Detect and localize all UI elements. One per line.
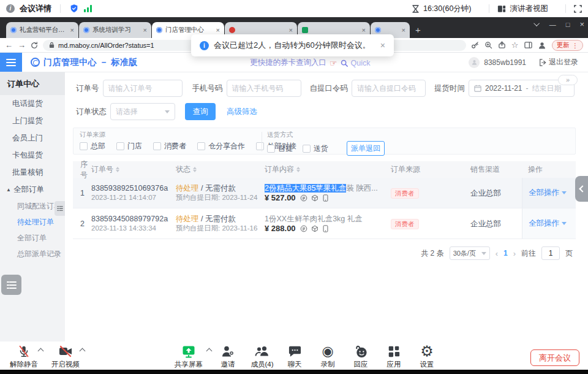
all-actions-dropdown[interactable]: 全部操作 xyxy=(529,218,567,229)
mic-options-caret[interactable] xyxy=(39,349,44,354)
view-mode-selector[interactable]: 演讲者视图 xyxy=(510,4,549,14)
sort-icon[interactable] xyxy=(193,167,197,172)
tab-close-icon[interactable]: × xyxy=(143,27,147,34)
order-no-input[interactable]: 请输入订单号 xyxy=(103,80,183,97)
kebab-menu-icon[interactable]: ⋮ xyxy=(572,42,579,49)
checkbox-delivery-deliver[interactable]: 送货 xyxy=(303,143,328,154)
sidebar-item-batch-verify[interactable]: 批量核销 xyxy=(0,164,65,181)
prev-page-button[interactable]: ‹ xyxy=(496,249,498,258)
shield-check-icon[interactable] xyxy=(69,4,79,13)
floating-list-button[interactable] xyxy=(1,275,21,295)
checkbox-source-consumer[interactable]: 消费者 xyxy=(153,141,186,151)
password-key-icon[interactable] xyxy=(471,41,479,49)
apps-button[interactable]: 应用 xyxy=(379,343,409,369)
order-status-select[interactable]: 请选择 xyxy=(110,103,175,120)
box-icon[interactable] xyxy=(311,194,318,202)
close-icon[interactable]: × xyxy=(380,40,385,50)
video-options-caret[interactable] xyxy=(80,349,86,354)
next-page-button[interactable]: › xyxy=(513,249,516,258)
checkbox-delivery-selfpickup[interactable]: 自提 xyxy=(267,143,293,154)
sidebar-item-pending-orders[interactable]: 待处理订单 xyxy=(0,214,65,230)
sidebar-item-door-pickup[interactable]: 上门提货 xyxy=(0,112,65,129)
tab-close-icon[interactable]: × xyxy=(402,27,405,34)
col-status[interactable]: 状态 xyxy=(176,164,265,175)
checkbox-icon[interactable] xyxy=(80,142,88,150)
members-button[interactable]: 成员(4) xyxy=(245,343,279,369)
sort-icon[interactable] xyxy=(116,167,119,172)
share-screen-button[interactable]: 共享屏幕 xyxy=(170,343,208,369)
sidebar-item-all-orders[interactable]: 全部订单 xyxy=(0,230,65,246)
receipt-icon[interactable] xyxy=(300,225,307,232)
start-video-button[interactable]: 开启视频 xyxy=(47,343,85,369)
tab-search-icon[interactable] xyxy=(533,20,540,26)
forward-icon[interactable]: → xyxy=(18,40,26,50)
checkbox-icon[interactable] xyxy=(303,145,311,153)
right-panel-handle[interactable] xyxy=(575,176,588,202)
chrome-update-button[interactable]: 更新 ⋮ xyxy=(552,40,584,51)
sort-icon[interactable] xyxy=(296,167,300,172)
profile-icon[interactable] xyxy=(538,41,546,50)
tab-close-icon[interactable]: × xyxy=(362,27,366,34)
col-content[interactable]: 订单内容 xyxy=(265,164,385,175)
phone-input[interactable]: 请输入手机号码 xyxy=(227,80,301,97)
checkbox-icon[interactable] xyxy=(116,142,124,150)
tab-close-icon[interactable]: × xyxy=(70,27,74,34)
page-size-select[interactable]: 30条/页 xyxy=(450,246,490,260)
checkbox-source-store[interactable]: 门店 xyxy=(116,141,142,151)
chat-button[interactable]: 聊天 xyxy=(279,343,310,369)
goto-page-input[interactable]: 1 xyxy=(541,246,560,260)
current-page[interactable]: 1 xyxy=(503,249,508,258)
checkbox-source-hq[interactable]: 总部 xyxy=(80,141,105,151)
all-actions-dropdown[interactable]: 全部操作 xyxy=(529,188,567,198)
unmute-button[interactable]: 解除静音 xyxy=(5,343,43,369)
share-icon[interactable] xyxy=(498,41,506,49)
fullscreen-icon[interactable] xyxy=(574,5,582,13)
search-button[interactable]: 查询 xyxy=(185,103,216,120)
checkbox-icon[interactable] xyxy=(197,142,205,150)
settings-button[interactable]: ⚙ 设置 xyxy=(412,343,442,369)
info-icon[interactable]: i xyxy=(6,4,15,13)
reaction-button[interactable]: 回应 xyxy=(345,343,376,369)
logout-button[interactable]: 退出登录 xyxy=(539,57,578,67)
checkbox-icon[interactable] xyxy=(267,145,275,153)
reload-icon[interactable] xyxy=(31,42,38,49)
invite-button[interactable]: 邀请 xyxy=(212,343,244,369)
leave-meeting-button[interactable]: 离开会议 xyxy=(530,349,579,366)
meeting-timer[interactable]: 16:30(60分钟) xyxy=(423,4,472,14)
receipt-icon[interactable] xyxy=(300,194,307,202)
new-tab-button[interactable]: + xyxy=(415,25,421,35)
hamburger-menu-button[interactable] xyxy=(0,53,22,72)
bookmark-star-icon[interactable]: ☆ xyxy=(511,40,519,50)
box-icon[interactable] xyxy=(311,225,318,232)
coupon-query-promo[interactable]: 更快捷的券卡查询入口 ☞ Quick xyxy=(250,58,371,68)
tab-close-icon[interactable]: × xyxy=(289,27,293,34)
checkbox-source-warehouse-share[interactable]: 仓分享合作 xyxy=(197,141,245,151)
sidebar-group-all-orders[interactable]: ▲全部订单 xyxy=(0,181,65,198)
collapse-panel-button[interactable]: » xyxy=(558,75,578,85)
sidebar-item-card-pickup[interactable]: 卡包提货 xyxy=(0,147,65,164)
side-panel-icon[interactable] xyxy=(524,41,532,49)
phone-icon[interactable] xyxy=(322,225,329,232)
pickup-code-input[interactable]: 请输入自提口令码 xyxy=(352,80,426,97)
browser-tab-1[interactable]: 礼盒营销平台管理中心 × xyxy=(6,22,78,38)
dispatch-return-button[interactable]: 派单退回 xyxy=(347,141,385,156)
sidebar-flyout-handle[interactable] xyxy=(55,201,65,216)
back-icon[interactable]: ← xyxy=(5,40,13,50)
zoom-icon[interactable] xyxy=(484,41,492,49)
window-close-icon[interactable]: × xyxy=(579,20,584,29)
col-order-no[interactable]: 订单号 xyxy=(91,164,176,175)
minimize-icon[interactable]: — xyxy=(549,21,556,28)
tab-close-icon[interactable]: × xyxy=(216,27,220,34)
browser-tab-2[interactable]: 系统培训学习 × xyxy=(79,22,151,38)
order-status-label: 订单状态 xyxy=(76,107,107,117)
maximize-icon[interactable]: □ xyxy=(566,21,570,28)
checkbox-icon[interactable] xyxy=(256,142,264,150)
advanced-filter-link[interactable]: 高级筛选 xyxy=(227,107,257,117)
phone-icon[interactable] xyxy=(322,194,329,202)
sidebar-item-hq-dispatch-records[interactable]: 总部派单记录 xyxy=(0,246,65,262)
sidebar-item-phone-pickup[interactable]: 电话提货 xyxy=(0,95,65,112)
sidebar-item-member-visit[interactable]: 会员上门 xyxy=(0,129,65,147)
checkbox-icon[interactable] xyxy=(153,142,161,150)
record-button[interactable]: ◉ 录制 xyxy=(312,343,343,369)
share-options-caret[interactable] xyxy=(207,349,213,354)
